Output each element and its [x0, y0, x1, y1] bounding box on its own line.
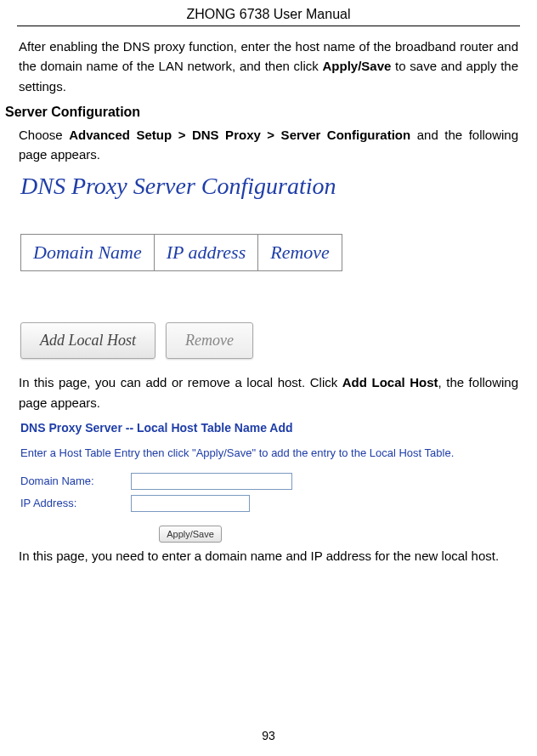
fig1-table: Domain Name IP address Remove	[20, 234, 342, 271]
para3-text-a: In this page, you can add or remove a lo…	[19, 375, 342, 389]
para2-bold: Advanced Setup > DNS Proxy > Server Conf…	[69, 128, 410, 142]
fig1-header-row: Domain Name IP address Remove	[21, 235, 342, 270]
domain-name-input[interactable]	[131, 473, 292, 490]
fig1-th-domain-name: Domain Name	[21, 235, 155, 270]
doc-title: ZHONG 6738 User Manual	[17, 7, 520, 26]
apply-save-button[interactable]: Apply/Save	[159, 526, 222, 543]
fig2-row-ip: IP Address:	[20, 495, 520, 512]
remove-button[interactable]: Remove	[166, 322, 253, 359]
fig1-th-remove: Remove	[258, 235, 342, 270]
page-number: 93	[0, 729, 537, 742]
figure-dns-proxy-server-config: DNS Proxy Server Configuration Domain Na…	[17, 173, 520, 359]
para2-text-a: Choose	[19, 128, 69, 142]
paragraph-2: Choose Advanced Setup > DNS Proxy > Serv…	[17, 125, 520, 165]
ip-address-input[interactable]	[131, 495, 250, 512]
paragraph-4: In this page, you need to enter a domain…	[17, 546, 520, 566]
fig1-title: DNS Proxy Server Configuration	[20, 173, 520, 200]
para1-bold: Apply/Save	[323, 59, 392, 73]
figure-local-host-add: DNS Proxy Server -- Local Host Table Nam…	[20, 421, 520, 543]
heading-server-configuration: Server Configuration	[5, 105, 520, 120]
fig2-row-domain: Domain Name:	[20, 473, 520, 490]
fig1-button-row: Add Local Host Remove	[20, 322, 520, 359]
fig2-title: DNS Proxy Server -- Local Host Table Nam…	[20, 421, 520, 435]
domain-name-label: Domain Name:	[20, 475, 131, 487]
fig2-hint: Enter a Host Table Entry then click "App…	[20, 446, 520, 459]
fig2-button-row: Apply/Save	[156, 526, 224, 543]
paragraph-1: After enabling the DNS proxy function, e…	[17, 37, 520, 96]
para3-bold: Add Local Host	[342, 375, 438, 389]
fig1-th-ip-address: IP address	[155, 235, 259, 270]
ip-address-label: IP Address:	[20, 497, 131, 509]
paragraph-3: In this page, you can add or remove a lo…	[17, 372, 520, 412]
add-local-host-button[interactable]: Add Local Host	[20, 322, 155, 359]
